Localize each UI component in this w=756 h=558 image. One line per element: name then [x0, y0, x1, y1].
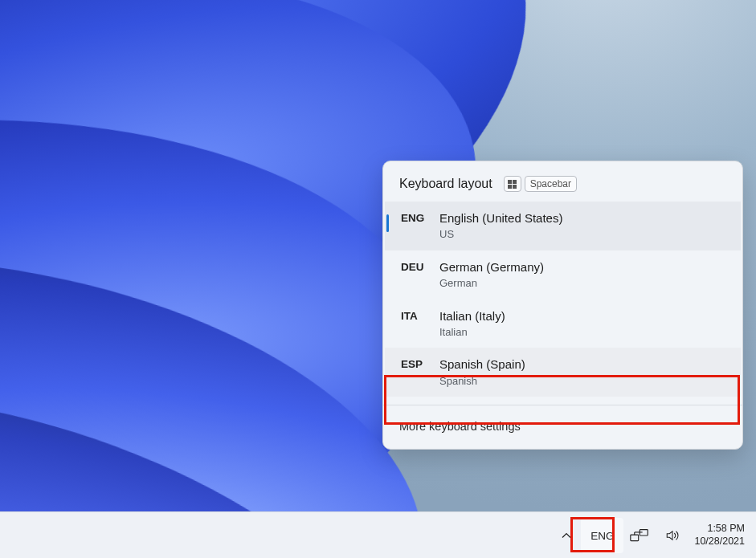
language-sub: German: [439, 276, 725, 291]
language-item-esp[interactable]: ESP Spanish (Spain) Spanish: [385, 348, 741, 397]
windows-key-icon: [504, 176, 521, 192]
svg-marker-4: [668, 532, 673, 540]
language-sub: US: [439, 227, 725, 242]
network-button[interactable]: [623, 518, 659, 553]
chevron-up-icon: [558, 527, 574, 544]
tray-overflow-button[interactable]: [552, 518, 581, 553]
language-code: ITA: [401, 308, 439, 322]
language-item-deu[interactable]: DEU German (Germany) German: [385, 250, 741, 299]
taskbar: ENG 1:58 PM 10/28/2021: [0, 511, 756, 558]
language-indicator-button[interactable]: ENG: [581, 518, 623, 553]
language-name: English (United States): [439, 210, 725, 226]
keyboard-layout-flyout: Keyboard layout Spacebar ENG English (Un…: [382, 161, 743, 450]
clock-date: 10/28/2021: [694, 536, 745, 548]
language-item-eng[interactable]: ENG English (United States) US: [385, 202, 741, 250]
more-keyboard-settings-link[interactable]: More keyboard settings: [383, 405, 742, 449]
flyout-header: Keyboard layout Spacebar: [383, 161, 742, 202]
language-code: DEU: [401, 259, 439, 273]
flyout-title: Keyboard layout: [399, 177, 492, 191]
spacebar-key-icon: Spacebar: [525, 176, 577, 192]
system-tray: ENG 1:58 PM 10/28/2021: [552, 512, 748, 558]
volume-button[interactable]: [659, 518, 686, 553]
clock-button[interactable]: 1:58 PM 10/28/2021: [688, 523, 748, 548]
language-sub: Spanish: [439, 374, 725, 389]
language-sub: Italian: [439, 325, 725, 340]
language-item-ita[interactable]: ITA Italian (Italy) Italian: [385, 299, 741, 348]
language-code: ENG: [401, 210, 439, 224]
language-code: ESP: [401, 356, 439, 370]
clock-time: 1:58 PM: [707, 523, 745, 536]
language-name: German (Germany): [439, 259, 725, 275]
language-indicator-label: ENG: [590, 530, 614, 542]
speaker-icon: [665, 528, 680, 543]
svg-rect-0: [631, 535, 639, 540]
language-name: Spanish (Spain): [439, 356, 725, 373]
language-list: ENG English (United States) US DEU Germa…: [383, 202, 742, 397]
network-icon: [630, 528, 652, 543]
language-name: Italian (Italy): [439, 308, 725, 324]
